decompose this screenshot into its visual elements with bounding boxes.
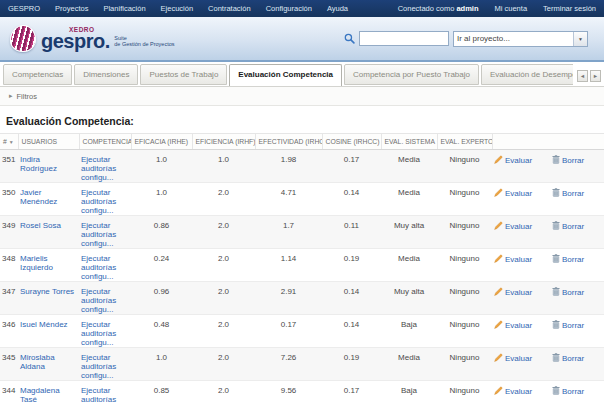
eval-experto-value: Ninguno — [437, 216, 492, 249]
competencia-link[interactable]: Ejecutar auditorías configu... — [81, 254, 116, 281]
topbar-item-gespro[interactable]: GESPRO — [8, 4, 40, 13]
evaluar-link[interactable]: Evaluar — [505, 189, 532, 198]
column-header-cosine[interactable]: COSINE (IRHCC) — [322, 134, 381, 150]
competencia-link[interactable]: Ejecutar auditorías configu... — [81, 287, 116, 314]
evaluar-link[interactable]: Evaluar — [505, 255, 532, 264]
column-header-competencia[interactable]: COMPETENCIA — [79, 134, 131, 150]
eval-experto-value: Ninguno — [437, 315, 492, 348]
efectividad-value: 4.71 — [255, 183, 322, 216]
filters-toggle[interactable]: ▸ Filtros — [0, 87, 604, 106]
id-header-glyph: # — [3, 138, 7, 145]
evaluar-link[interactable]: Evaluar — [505, 321, 532, 330]
expand-arrow-icon: ▸ — [9, 92, 13, 100]
topbar-item-configuracion[interactable]: Configuración — [266, 4, 312, 13]
borrar-link[interactable]: Borrar — [562, 354, 584, 363]
competencia-link[interactable]: Ejecutar auditorías configu... — [81, 221, 116, 248]
evaluar-link[interactable]: Evaluar — [505, 222, 532, 231]
project-selector[interactable]: Ir al proyecto... ▼ — [453, 31, 588, 47]
user-link[interactable]: Magdalena Tasé — [20, 386, 60, 403]
tab-dimensiones[interactable]: Dimensiones — [74, 64, 138, 85]
topbar-item-planificacion[interactable]: Planificación — [103, 4, 145, 13]
user-link[interactable]: Miroslaba Aldana — [20, 353, 55, 371]
user-link[interactable]: Surayne Torres — [20, 287, 74, 296]
eficacia-value: 0.96 — [131, 282, 192, 315]
column-header-eval-sistema[interactable]: EVAL. SISTEMA — [381, 134, 437, 150]
evaluar-link[interactable]: Evaluar — [505, 354, 532, 363]
column-header-eficiencia[interactable]: EFICIENCIA (IRHF) — [192, 134, 255, 150]
borrar-link[interactable]: Borrar — [562, 189, 584, 198]
column-header-eficacia[interactable]: EFICACIA (IRHE) — [131, 134, 192, 150]
column-header-id[interactable]: # ▼ — [0, 134, 18, 150]
topbar-item-mi-cuenta[interactable]: Mi cuenta — [495, 4, 528, 13]
efectividad-value: 7.26 — [255, 348, 322, 381]
borrar-cell: Borrar — [550, 282, 604, 315]
tab-competencias[interactable]: Competencias — [3, 64, 72, 85]
tab-competencia-por-puesto-trabajo[interactable]: Competencia por Puesto Trabajo — [344, 64, 479, 85]
competencia-link[interactable]: Ejecutar auditorías configu... — [81, 188, 116, 215]
user-link[interactable]: Indira Rodríguez — [20, 155, 57, 173]
tab-scroll-right-icon[interactable]: ► — [590, 70, 601, 82]
eval-experto-value: Ninguno — [437, 348, 492, 381]
eficacia-value: 1.0 — [131, 348, 192, 381]
borrar-link[interactable]: Borrar — [562, 156, 584, 165]
evaluar-link[interactable]: Evaluar — [505, 156, 532, 165]
user-cell: Indira Rodríguez — [18, 150, 79, 183]
competencia-cell: Ejecutar auditorías configu... — [79, 348, 131, 381]
eval-experto-value: Ninguno — [437, 183, 492, 216]
competencia-cell: Ejecutar auditorías configu... — [79, 216, 131, 249]
competencia-link[interactable]: Ejecutar auditorías configu... — [81, 386, 116, 403]
table-row: 351Indira RodríguezEjecutar auditorías c… — [0, 150, 604, 183]
tab-evaluacion-de-desempen[interactable]: Evaluación de Desempeñ — [481, 64, 573, 85]
topbar-item-proyectos[interactable]: Proyectos — [55, 4, 88, 13]
chevron-down-icon[interactable]: ▼ — [573, 32, 587, 46]
user-cell: Rosel Sosa — [18, 216, 79, 249]
efectividad-value: 1.7 — [255, 216, 322, 249]
borrar-link[interactable]: Borrar — [562, 321, 584, 330]
eval-sistema-value: Baja — [381, 381, 437, 403]
user-link[interactable]: Isuel Méndez — [20, 320, 68, 329]
tab-evaluacion-competencia[interactable]: Evaluación Competencia — [229, 64, 342, 86]
evaluar-cell: Evaluar — [492, 348, 550, 381]
topbar-item-terminar-sesion[interactable]: Terminar sesión — [543, 4, 596, 13]
row-id: 344 — [0, 381, 18, 403]
eficacia-value: 0.85 — [131, 381, 192, 403]
borrar-link[interactable]: Borrar — [562, 222, 584, 231]
pencil-icon — [494, 386, 503, 397]
user-link[interactable]: Marielis Izquierdo — [20, 254, 53, 272]
tab-scroll-left-icon[interactable]: ◄ — [577, 70, 588, 82]
competencia-link[interactable]: Ejecutar auditorías configu... — [81, 320, 116, 347]
evaluation-table: # ▼ USUARIOS COMPETENCIA EFICACIA (IRHE)… — [0, 133, 604, 403]
column-header-usuarios[interactable]: USUARIOS — [18, 134, 79, 150]
eval-sistema-value: Media — [381, 348, 437, 381]
borrar-cell: Borrar — [550, 183, 604, 216]
eficacia-value: 0.86 — [131, 216, 192, 249]
search-icon — [344, 33, 355, 44]
tab-scroll-arrows: ◄ ► — [577, 70, 601, 82]
competencia-cell: Ejecutar auditorías configu... — [79, 315, 131, 348]
evaluar-cell: Evaluar — [492, 315, 550, 348]
user-link[interactable]: Rosel Sosa — [20, 221, 61, 230]
column-header-efectividad[interactable]: EFECTIVIDAD (IRHC) — [255, 134, 322, 150]
eficiencia-value: 2.0 — [192, 282, 255, 315]
user-link[interactable]: Javier Menéndez — [20, 188, 57, 206]
evaluar-cell: Evaluar — [492, 249, 550, 282]
competencia-link[interactable]: Ejecutar auditorías configu... — [81, 353, 116, 380]
cosine-value: 0.11 — [322, 216, 381, 249]
topbar-item-ejecucion[interactable]: Ejecución — [161, 4, 194, 13]
tab-puestos-de-trabajo[interactable]: Puestos de Trabajo — [140, 64, 227, 85]
row-id: 351 — [0, 150, 18, 183]
borrar-link[interactable]: Borrar — [562, 288, 584, 297]
pencil-icon — [494, 254, 503, 265]
topbar-item-ayuda[interactable]: Ayuda — [327, 4, 348, 13]
search-input[interactable] — [359, 31, 449, 46]
evaluar-link[interactable]: Evaluar — [505, 387, 532, 396]
row-id: 347 — [0, 282, 18, 315]
user-cell: Marielis Izquierdo — [18, 249, 79, 282]
borrar-link[interactable]: Borrar — [562, 255, 584, 264]
column-header-eval-experto[interactable]: EVAL. EXPERTO — [437, 134, 492, 150]
evaluar-link[interactable]: Evaluar — [505, 288, 532, 297]
competencia-link[interactable]: Ejecutar auditorías configu... — [81, 155, 116, 182]
borrar-link[interactable]: Borrar — [562, 387, 584, 396]
topbar-item-contratacion[interactable]: Contratación — [208, 4, 251, 13]
table-row: 346Isuel MéndezEjecutar auditorías confi… — [0, 315, 604, 348]
